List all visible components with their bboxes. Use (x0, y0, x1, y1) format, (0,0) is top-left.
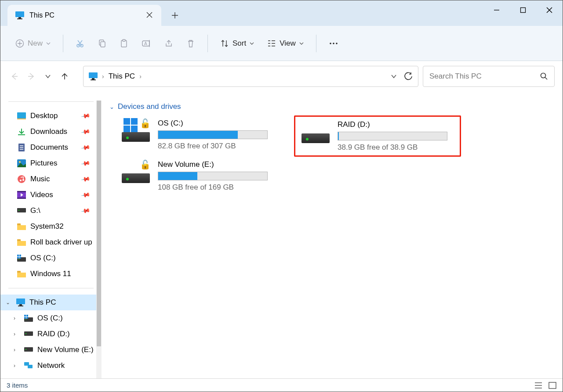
scrollbar-thumb[interactable] (97, 101, 101, 346)
drive-raid-d-[interactable]: RAID (D:)38.9 GB free of 38.9 GB (294, 115, 461, 157)
copy-button[interactable] (92, 36, 112, 51)
sort-icon (220, 39, 229, 48)
sidebar-item-this-pc[interactable]: ⌄ This PC (0, 295, 102, 310)
sidebar-label: OS (C:) (30, 254, 56, 263)
tab-close-button[interactable] (146, 12, 153, 19)
drive-usage-bar (158, 172, 268, 180)
new-tab-button[interactable] (167, 8, 182, 23)
sidebar-item-downloads[interactable]: Downloads📌 (0, 124, 102, 140)
maximize-button[interactable] (510, 0, 536, 20)
sidebar-item-pictures[interactable]: Pictures📌 (0, 155, 102, 171)
sidebar-item-music[interactable]: Music📌 (0, 171, 102, 187)
rename-button[interactable]: A (136, 36, 156, 51)
search-placeholder: Search This PC (429, 72, 482, 81)
minimize-button[interactable] (483, 0, 510, 20)
pin-icon: 📌 (80, 174, 91, 184)
up-button[interactable] (58, 70, 71, 83)
recent-dropdown-button[interactable] (42, 70, 54, 83)
large-icons-view-button[interactable] (548, 382, 556, 389)
drive-icon (24, 345, 33, 354)
sidebar-label: Documents (30, 143, 68, 152)
sidebar-item-desktop[interactable]: Desktop📌 (0, 108, 102, 124)
drive-sm-icon (17, 206, 26, 215)
sidebar-label: New Volume (E:) (37, 345, 94, 354)
svg-point-30 (19, 161, 21, 163)
section-label: Devices and drives (118, 102, 181, 111)
sidebar-label: OS (C:) (37, 314, 63, 323)
share-icon (164, 39, 173, 48)
view-label: View (280, 39, 296, 48)
more-icon (329, 39, 338, 48)
drive-win-icon (17, 254, 26, 263)
cut-button[interactable] (70, 36, 90, 51)
sort-button[interactable]: Sort (215, 36, 259, 51)
status-item-count: 3 items (7, 381, 28, 389)
chevron-right-icon: › (14, 347, 15, 353)
section-devices-drives[interactable]: ⌄ Devices and drives (103, 96, 557, 115)
sidebar-label: System32 (30, 222, 64, 231)
svg-point-20 (333, 43, 334, 44)
refresh-button[interactable] (404, 72, 413, 81)
forward-button[interactable] (25, 70, 37, 83)
svg-rect-13 (268, 40, 270, 41)
tab-this-pc[interactable]: This PC (7, 5, 161, 26)
sidebar-item-os-c-[interactable]: OS (C:) (0, 250, 102, 266)
address-dropdown-button[interactable] (391, 73, 397, 79)
svg-rect-59 (123, 126, 130, 132)
document-icon (17, 143, 26, 152)
chevron-down-icon: ⌄ (6, 299, 10, 306)
svg-point-54 (25, 349, 26, 350)
paste-button[interactable] (114, 36, 134, 51)
svg-rect-18 (272, 46, 275, 47)
folder-icon (17, 270, 26, 278)
pin-icon: 📌 (80, 206, 91, 216)
svg-point-52 (25, 333, 26, 334)
new-button[interactable]: New (10, 36, 56, 51)
sort-label: Sort (232, 39, 246, 48)
svg-rect-35 (17, 191, 26, 192)
svg-point-33 (22, 179, 24, 181)
sidebar-drive-raid-d-[interactable]: ›RAID (D:) (0, 326, 102, 342)
sidebar-drive-new-volume-e-[interactable]: ›New Volume (E:) (0, 342, 102, 358)
breadcrumb-root[interactable]: This PC (109, 72, 135, 81)
sidebar-item-documents[interactable]: Documents📌 (0, 140, 102, 155)
svg-rect-44 (17, 271, 21, 273)
drive-os-c-[interactable]: 🔓OS (C:)82.8 GB free of 307 GB (116, 115, 283, 157)
breadcrumb-sep-icon: › (139, 73, 142, 80)
sidebar-item-videos[interactable]: Videos📌 (0, 187, 102, 203)
svg-rect-15 (268, 46, 270, 47)
svg-rect-60 (131, 126, 138, 132)
sidebar-item-roll-back-driver-up[interactable]: Roll back driver up (0, 234, 102, 250)
svg-rect-17 (272, 43, 275, 44)
svg-point-32 (20, 180, 22, 181)
view-button[interactable]: View (262, 36, 309, 51)
monitor-icon (89, 72, 98, 81)
status-bar: 3 items (0, 378, 563, 392)
chevron-down-icon (46, 41, 51, 46)
delete-icon (186, 39, 195, 48)
back-button[interactable] (8, 70, 21, 83)
windows-icon (123, 118, 138, 133)
sidebar-item-windows-11[interactable]: Windows 11 (0, 266, 102, 282)
drive-usage-bar (338, 132, 447, 140)
drive-free-text: 38.9 GB free of 38.9 GB (338, 140, 454, 152)
nav-row: › This PC › Search This PC (0, 61, 563, 92)
tab-title: This PC (29, 11, 54, 19)
sidebar-item-system32[interactable]: System32 (0, 219, 102, 234)
svg-point-19 (330, 43, 331, 44)
details-view-button[interactable] (534, 382, 542, 389)
drive-new-volume-e-[interactable]: 🔓New Volume (E:)108 GB free of 169 GB (116, 157, 283, 195)
more-button[interactable] (323, 36, 344, 51)
search-input[interactable]: Search This PC (423, 66, 555, 87)
share-button[interactable] (159, 36, 178, 51)
sidebar-item-g-[interactable]: G:\📌 (0, 203, 102, 219)
drive-info: New Volume (E:)108 GB free of 169 GB (158, 160, 276, 192)
sidebar-drive-os-c-[interactable]: ›OS (C:) (0, 310, 102, 326)
close-window-button[interactable] (536, 0, 563, 20)
delete-button[interactable] (181, 36, 200, 51)
address-bar[interactable]: › This PC › (83, 66, 418, 87)
sidebar-item-network[interactable]: › Network (0, 358, 102, 374)
svg-rect-23 (92, 78, 94, 79)
video-icon (17, 191, 26, 199)
cut-icon (76, 39, 84, 48)
